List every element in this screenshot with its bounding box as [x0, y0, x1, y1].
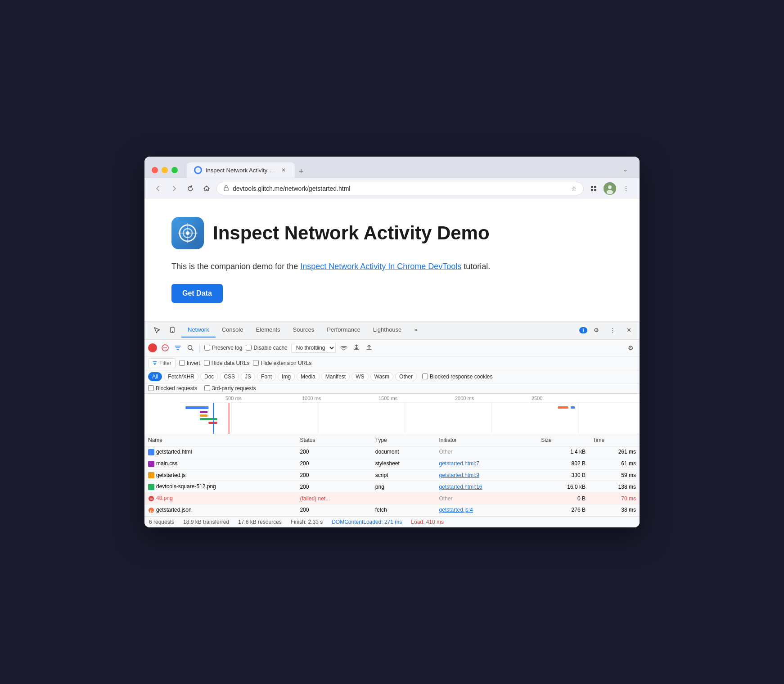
- type-filter-css[interactable]: CSS: [220, 372, 239, 381]
- table-row[interactable]: {}getstarted.json200fetchgetstarted.js:4…: [144, 504, 640, 516]
- minimize-button[interactable]: [162, 167, 168, 173]
- ruler-mark-2500: 2500: [532, 396, 542, 401]
- blocked-cookies-checkbox[interactable]: Blocked response cookies: [422, 374, 492, 380]
- devtools-close-button[interactable]: ✕: [622, 324, 635, 337]
- refresh-button[interactable]: [184, 182, 197, 195]
- hide-data-urls-input[interactable]: [204, 360, 210, 366]
- clear-button[interactable]: [161, 343, 170, 352]
- devtools-settings-button[interactable]: ⚙: [590, 324, 603, 337]
- cell-name[interactable]: getstarted.js: [144, 469, 296, 481]
- cell-initiator[interactable]: getstarted.html:9: [435, 469, 537, 481]
- type-filter-doc[interactable]: Doc: [200, 372, 218, 381]
- tab-lighthouse[interactable]: Lighthouse: [367, 323, 408, 338]
- blocked-requests-input[interactable]: [148, 385, 154, 391]
- type-filter-js[interactable]: JS: [241, 372, 255, 381]
- hide-ext-urls-label: Hide extension URLs: [261, 360, 311, 366]
- third-party-input[interactable]: [204, 385, 210, 391]
- type-filter-manifest[interactable]: Manifest: [321, 372, 350, 381]
- col-initiator[interactable]: Initiator: [435, 434, 537, 446]
- cell-name[interactable]: {}getstarted.json: [144, 504, 296, 516]
- table-row[interactable]: getstarted.js200scriptgetstarted.html:93…: [144, 469, 640, 481]
- cell-name[interactable]: devtools-square-512.png: [144, 481, 296, 493]
- tab-network[interactable]: Network: [181, 323, 216, 338]
- import-har-button[interactable]: [352, 343, 361, 352]
- table-row[interactable]: devtools-square-512.png200pnggetstarted.…: [144, 481, 640, 493]
- cell-name[interactable]: getstarted.html: [144, 446, 296, 458]
- filter-input[interactable]: Filter: [148, 358, 176, 368]
- get-data-button[interactable]: Get Data: [171, 284, 223, 303]
- dom-content-loaded: DOMContentLoaded: 271 ms: [332, 519, 402, 525]
- col-type[interactable]: Type: [372, 434, 436, 446]
- cell-status: 200: [296, 481, 371, 493]
- browser-tab[interactable]: Inspect Network Activity Dem ✕: [187, 162, 295, 178]
- col-size[interactable]: Size: [537, 434, 589, 446]
- disable-cache-input[interactable]: [246, 345, 252, 351]
- type-filter-wasm[interactable]: Wasm: [370, 372, 394, 381]
- toolbar-divider: [199, 344, 200, 352]
- type-filter-img[interactable]: Img: [278, 372, 295, 381]
- network-settings-button[interactable]: ⚙: [625, 342, 636, 353]
- table-row[interactable]: main.css200stylesheetgetstarted.html:780…: [144, 458, 640, 469]
- col-time[interactable]: Time: [589, 434, 640, 446]
- hide-ext-urls-input[interactable]: [253, 360, 259, 366]
- tab-sources[interactable]: Sources: [287, 323, 321, 338]
- tab-console[interactable]: Console: [216, 323, 250, 338]
- page-logo: [171, 217, 204, 249]
- invert-checkbox[interactable]: Invert: [179, 360, 200, 366]
- preserve-log-input[interactable]: [204, 345, 210, 351]
- network-filter-button[interactable]: [173, 343, 182, 352]
- cell-status: 200: [296, 469, 371, 481]
- chrome-menu-button[interactable]: ⋮: [620, 182, 632, 195]
- cell-initiator[interactable]: getstarted.html:7: [435, 458, 537, 469]
- type-filter-ws[interactable]: WS: [351, 372, 368, 381]
- forward-button[interactable]: [168, 182, 180, 195]
- user-avatar[interactable]: [604, 182, 616, 195]
- search-button[interactable]: [186, 343, 195, 352]
- device-toggle-button[interactable]: [166, 324, 179, 337]
- cell-initiator[interactable]: getstarted.html:16: [435, 481, 537, 493]
- home-button[interactable]: [200, 182, 213, 195]
- tab-strip-menu[interactable]: ⌄: [619, 163, 631, 176]
- type-filter-all[interactable]: All: [148, 372, 162, 381]
- cell-name[interactable]: main.css: [144, 458, 296, 469]
- type-filter-font[interactable]: Font: [257, 372, 276, 381]
- extensions-button[interactable]: [587, 182, 600, 195]
- export-har-button[interactable]: [365, 343, 374, 352]
- throttle-select[interactable]: No throttling: [291, 343, 336, 353]
- back-button[interactable]: [152, 182, 164, 195]
- record-button[interactable]: [148, 343, 157, 352]
- tab-more[interactable]: »: [408, 323, 424, 338]
- col-status[interactable]: Status: [296, 434, 371, 446]
- blocked-cookies-input[interactable]: [422, 374, 428, 379]
- new-tab-button[interactable]: +: [295, 165, 307, 178]
- tab-elements[interactable]: Elements: [249, 323, 286, 338]
- table-row[interactable]: getstarted.html200documentOther1.4 kB261…: [144, 446, 640, 458]
- table-row[interactable]: ✕48.png(failed) net...Other0 B70 ms: [144, 493, 640, 504]
- type-filter-media[interactable]: Media: [297, 372, 320, 381]
- blocked-requests-checkbox[interactable]: Blocked requests: [148, 385, 197, 392]
- hide-data-urls-checkbox[interactable]: Hide data URLs: [204, 360, 250, 366]
- nav-bar: devtools.glitch.me/network/getstarted.ht…: [144, 178, 640, 199]
- close-button[interactable]: [152, 167, 158, 173]
- col-name[interactable]: Name: [144, 434, 296, 446]
- preserve-log-checkbox[interactable]: Preserve log: [204, 345, 242, 351]
- third-party-checkbox[interactable]: 3rd-party requests: [204, 385, 256, 392]
- element-picker-button[interactable]: [151, 324, 163, 337]
- console-badge: 1: [579, 327, 587, 333]
- tab-performance[interactable]: Performance: [320, 323, 366, 338]
- devtools-more-button[interactable]: ⋮: [606, 324, 619, 337]
- type-filter-fetch-xhr[interactable]: Fetch/XHR: [164, 372, 198, 381]
- tab-close-button[interactable]: ✕: [279, 166, 288, 174]
- tutorial-link[interactable]: Inspect Network Activity In Chrome DevTo…: [300, 262, 461, 271]
- hide-ext-urls-checkbox[interactable]: Hide extension URLs: [253, 360, 311, 366]
- invert-input[interactable]: [179, 360, 185, 366]
- address-bar[interactable]: devtools.glitch.me/network/getstarted.ht…: [216, 182, 584, 195]
- type-filter-other[interactable]: Other: [395, 372, 417, 381]
- cell-name[interactable]: ✕48.png: [144, 493, 296, 504]
- description-after: tutorial.: [461, 262, 490, 271]
- wifi-button[interactable]: [339, 343, 348, 352]
- disable-cache-checkbox[interactable]: Disable cache: [246, 345, 287, 351]
- cell-initiator[interactable]: getstarted.js:4: [435, 504, 537, 516]
- bookmark-button[interactable]: ☆: [571, 185, 577, 192]
- maximize-button[interactable]: [171, 167, 178, 173]
